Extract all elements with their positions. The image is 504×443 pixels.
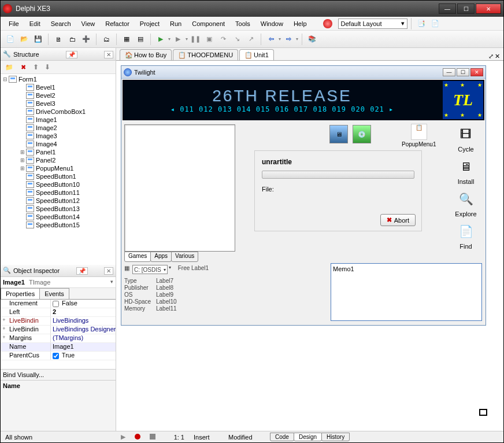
new-file-icon[interactable]: 📄 [4,33,17,46]
tab-various[interactable]: Various [171,252,198,262]
tree-root[interactable]: ⊟Form1 [2,75,114,83]
form-list-icon[interactable]: ▦ [120,33,133,46]
tree-node[interactable]: SpeedButton10 [2,180,114,189]
abort-button[interactable]: ✖Abort [380,214,416,226]
cd-icon[interactable]: 💿 [353,125,371,143]
cycle-button[interactable]: 🎞Cycle [451,124,480,153]
menu-view[interactable]: View [77,19,100,29]
maximize-button[interactable]: ☐ [457,3,475,14]
oi-selection[interactable]: Image1 TImage ▾ [1,277,116,288]
tree-node[interactable]: SpeedButton14 [2,213,114,221]
stop-icon[interactable]: ▣ [203,33,216,46]
view-tab-code[interactable]: Code [270,433,294,441]
minimize-button[interactable]: — [439,3,456,14]
toolbar-layout-run-icon[interactable]: 📄 [429,17,442,30]
computer-icon[interactable]: 🖥 [329,125,348,143]
oi-property-row[interactable]: Left2 [1,308,116,317]
tree-node[interactable]: Bevel2 [2,91,114,99]
doctabs-expand-icon[interactable]: ⤢ [488,53,494,60]
tree-node[interactable]: ⊞Panel2 [2,156,114,164]
menu-window[interactable]: Window [256,19,288,29]
view-tab-history[interactable]: History [321,433,350,441]
status-macro-stop[interactable] [145,434,160,441]
pause-icon[interactable]: ❚❚ [189,33,202,46]
doc-tab-thoofdmenu[interactable]: 📋THOOFDMENU [173,49,238,60]
oi-property-grid[interactable]: Increment FalseLeft2+LiveBindinLiveBindi… [1,300,116,369]
help-contents-icon[interactable]: 📚 [306,33,318,46]
menu-component[interactable]: Component [187,19,229,29]
tab-games[interactable]: Games [124,252,151,262]
design-form-titlebar[interactable]: Twilight — ☐ ✕ [121,66,486,79]
menu-project[interactable]: Project [135,19,164,29]
memo-field[interactable]: Memo1 [331,263,482,321]
status-macro-rec[interactable] [130,434,145,441]
oi-close-icon[interactable]: ✕ [104,267,113,275]
tree-node[interactable]: SpeedButton12 [2,197,114,205]
tree-node[interactable]: Image4 [2,140,114,148]
structure-delete-icon[interactable]: ✖ [17,61,29,73]
structure-expand-icon[interactable]: 📁 [3,61,16,73]
design-form[interactable]: Twilight — ☐ ✕ 26TH RELEASE ◂ 011 012 01… [121,65,486,326]
save-file-icon[interactable]: 💾 [32,33,45,46]
menu-tools[interactable]: Tools [231,19,255,29]
project-manager-icon[interactable]: 🗂 [100,33,113,46]
tree-node[interactable]: DriveComboBox1 [2,108,114,116]
overflow-indicator-icon[interactable] [479,409,487,416]
oi-bind-visually-link[interactable]: Bind Visually... [1,369,116,380]
tree-node[interactable]: ⊞PopupMenu1 [2,164,114,172]
form-close-button[interactable]: ✕ [470,68,483,76]
structure-pin-icon[interactable]: 📌 [66,51,77,58]
run-nodebug-icon[interactable]: ▶ [172,33,184,46]
drive-combo[interactable]: C: [OSDIS [132,265,168,274]
tree-node[interactable]: SpeedButton1 [2,172,114,180]
tree-node[interactable]: Bevel3 [2,99,114,108]
tab-apps[interactable]: Apps [150,252,172,262]
popupmenu-component[interactable]: 📋 PopupMenu1 [402,124,436,147]
tree-node[interactable]: Image2 [2,124,114,132]
menu-edit[interactable]: Edit [25,19,45,29]
run-icon[interactable]: ▶ [154,33,167,46]
tree-node[interactable]: SpeedButton15 [2,221,114,229]
tree-node[interactable]: SpeedButton11 [2,189,114,197]
menu-search[interactable]: Search [46,19,76,29]
explore-button[interactable]: 🔍Explore [451,189,480,217]
form-maximize-button[interactable]: ☐ [457,68,469,76]
oi-pin-icon[interactable]: 📌 [76,267,88,275]
form-designer[interactable]: Twilight — ☐ ✕ 26TH RELEASE ◂ 011 012 01… [116,61,503,431]
oi-property-row[interactable]: ParentCus True [1,352,116,360]
oi-tab-events[interactable]: Events [39,288,69,299]
new-project-icon[interactable]: 🗎 [52,33,65,46]
doc-tab-unit1[interactable]: 📋Unit1 [239,49,274,60]
toolbar-layout-save-icon[interactable]: 📑 [415,17,428,30]
oi-property-row[interactable]: +LiveBindinLiveBindings [1,317,116,326]
open-file-icon[interactable]: 📂 [18,33,31,46]
structure-close-icon[interactable]: ✕ [104,51,113,58]
oi-property-row[interactable]: +Margins(TMargins) [1,334,116,343]
step-into-icon[interactable]: ↘ [231,33,243,46]
form-minimize-button[interactable]: — [443,68,455,76]
tree-node[interactable]: Bevel1 [2,83,114,91]
open-project-icon[interactable]: 🗀 [66,33,79,46]
tree-node[interactable]: Image3 [2,132,114,140]
oi-property-row[interactable]: Increment False [1,300,116,308]
status-record-icon[interactable]: ▶ [116,433,130,441]
doc-tab-howtobuy[interactable]: 🏠How to Buy [120,49,172,60]
banner-image[interactable]: 26TH RELEASE ◂ 011 012 013 014 015 016 0… [123,80,484,120]
step-out-icon[interactable]: ↗ [244,33,257,46]
tree-node[interactable]: Image1 [2,116,114,124]
step-over-icon[interactable]: ↷ [217,33,229,46]
nav-back-icon[interactable]: ⇦ [265,33,277,46]
globe-icon[interactable] [323,19,332,28]
structure-down-icon[interactable]: ⬇ [42,63,53,71]
view-tab-design[interactable]: Design [294,433,322,441]
menu-run[interactable]: Run [165,19,186,29]
layout-combo[interactable]: Default Layout▾ [338,19,407,29]
oi-property-row[interactable]: +LiveBindinLiveBindings Designer [1,326,116,334]
tree-node[interactable]: SpeedButton13 [2,205,114,213]
structure-tree[interactable]: ⊟Form1 Bevel1Bevel2Bevel3DriveComboBox1I… [1,73,116,264]
menu-file[interactable]: File [4,19,24,29]
menu-help[interactable]: Help [289,19,312,29]
unit-list-icon[interactable]: ▤ [134,33,147,46]
oi-property-row[interactable]: NameImage1 [1,343,116,352]
add-file-icon[interactable]: ➕ [80,33,92,46]
